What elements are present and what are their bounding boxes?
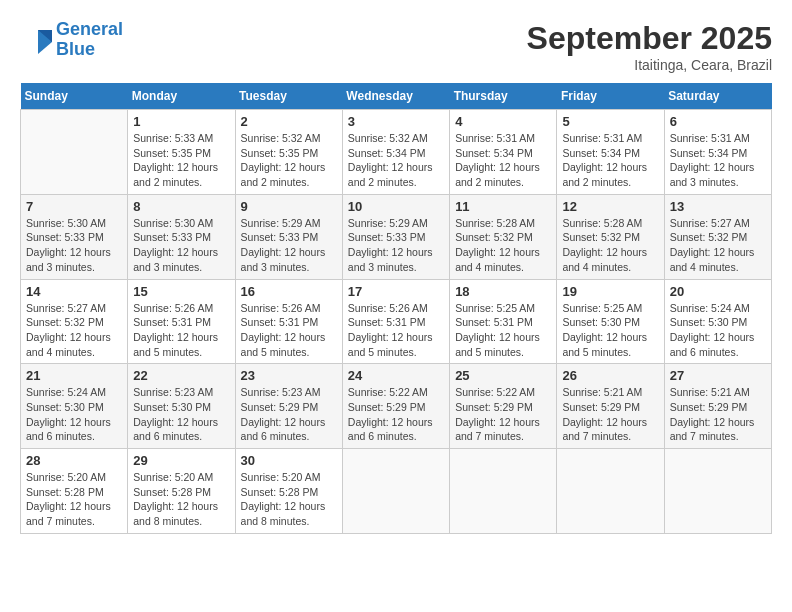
day-info: Sunrise: 5:30 AMSunset: 5:33 PMDaylight:… [133, 216, 229, 275]
title-block: September 2025 Itaitinga, Ceara, Brazil [527, 20, 772, 73]
day-cell: 28Sunrise: 5:20 AMSunset: 5:28 PMDayligh… [21, 449, 128, 534]
day-number: 12 [562, 199, 658, 214]
day-info: Sunrise: 5:33 AMSunset: 5:35 PMDaylight:… [133, 131, 229, 190]
day-info: Sunrise: 5:25 AMSunset: 5:30 PMDaylight:… [562, 301, 658, 360]
location-subtitle: Itaitinga, Ceara, Brazil [527, 57, 772, 73]
day-info: Sunrise: 5:20 AMSunset: 5:28 PMDaylight:… [133, 470, 229, 529]
day-info: Sunrise: 5:31 AMSunset: 5:34 PMDaylight:… [562, 131, 658, 190]
day-info: Sunrise: 5:25 AMSunset: 5:31 PMDaylight:… [455, 301, 551, 360]
day-cell: 1Sunrise: 5:33 AMSunset: 5:35 PMDaylight… [128, 110, 235, 195]
day-number: 21 [26, 368, 122, 383]
day-number: 16 [241, 284, 337, 299]
col-header-wednesday: Wednesday [342, 83, 449, 110]
day-cell: 24Sunrise: 5:22 AMSunset: 5:29 PMDayligh… [342, 364, 449, 449]
day-number: 17 [348, 284, 444, 299]
day-info: Sunrise: 5:24 AMSunset: 5:30 PMDaylight:… [26, 385, 122, 444]
day-info: Sunrise: 5:30 AMSunset: 5:33 PMDaylight:… [26, 216, 122, 275]
day-number: 20 [670, 284, 766, 299]
day-info: Sunrise: 5:22 AMSunset: 5:29 PMDaylight:… [455, 385, 551, 444]
day-number: 28 [26, 453, 122, 468]
day-cell: 9Sunrise: 5:29 AMSunset: 5:33 PMDaylight… [235, 194, 342, 279]
day-number: 11 [455, 199, 551, 214]
header-row: SundayMondayTuesdayWednesdayThursdayFrid… [21, 83, 772, 110]
day-cell: 21Sunrise: 5:24 AMSunset: 5:30 PMDayligh… [21, 364, 128, 449]
day-cell: 19Sunrise: 5:25 AMSunset: 5:30 PMDayligh… [557, 279, 664, 364]
day-info: Sunrise: 5:26 AMSunset: 5:31 PMDaylight:… [133, 301, 229, 360]
day-info: Sunrise: 5:28 AMSunset: 5:32 PMDaylight:… [562, 216, 658, 275]
page-header: General Blue September 2025 Itaitinga, C… [20, 20, 772, 73]
day-cell [450, 449, 557, 534]
calendar-table: SundayMondayTuesdayWednesdayThursdayFrid… [20, 83, 772, 534]
day-number: 30 [241, 453, 337, 468]
day-number: 18 [455, 284, 551, 299]
day-info: Sunrise: 5:32 AMSunset: 5:34 PMDaylight:… [348, 131, 444, 190]
day-info: Sunrise: 5:20 AMSunset: 5:28 PMDaylight:… [26, 470, 122, 529]
day-cell: 30Sunrise: 5:20 AMSunset: 5:28 PMDayligh… [235, 449, 342, 534]
col-header-sunday: Sunday [21, 83, 128, 110]
day-number: 25 [455, 368, 551, 383]
day-cell: 14Sunrise: 5:27 AMSunset: 5:32 PMDayligh… [21, 279, 128, 364]
col-header-friday: Friday [557, 83, 664, 110]
day-number: 4 [455, 114, 551, 129]
week-row-4: 21Sunrise: 5:24 AMSunset: 5:30 PMDayligh… [21, 364, 772, 449]
col-header-thursday: Thursday [450, 83, 557, 110]
day-cell: 23Sunrise: 5:23 AMSunset: 5:29 PMDayligh… [235, 364, 342, 449]
day-number: 26 [562, 368, 658, 383]
day-cell: 8Sunrise: 5:30 AMSunset: 5:33 PMDaylight… [128, 194, 235, 279]
day-info: Sunrise: 5:32 AMSunset: 5:35 PMDaylight:… [241, 131, 337, 190]
day-number: 7 [26, 199, 122, 214]
day-info: Sunrise: 5:29 AMSunset: 5:33 PMDaylight:… [348, 216, 444, 275]
day-cell: 13Sunrise: 5:27 AMSunset: 5:32 PMDayligh… [664, 194, 771, 279]
day-info: Sunrise: 5:24 AMSunset: 5:30 PMDaylight:… [670, 301, 766, 360]
day-cell: 22Sunrise: 5:23 AMSunset: 5:30 PMDayligh… [128, 364, 235, 449]
day-cell: 15Sunrise: 5:26 AMSunset: 5:31 PMDayligh… [128, 279, 235, 364]
day-cell: 25Sunrise: 5:22 AMSunset: 5:29 PMDayligh… [450, 364, 557, 449]
day-number: 14 [26, 284, 122, 299]
day-number: 6 [670, 114, 766, 129]
day-info: Sunrise: 5:27 AMSunset: 5:32 PMDaylight:… [670, 216, 766, 275]
day-info: Sunrise: 5:21 AMSunset: 5:29 PMDaylight:… [670, 385, 766, 444]
week-row-2: 7Sunrise: 5:30 AMSunset: 5:33 PMDaylight… [21, 194, 772, 279]
day-cell: 4Sunrise: 5:31 AMSunset: 5:34 PMDaylight… [450, 110, 557, 195]
day-info: Sunrise: 5:21 AMSunset: 5:29 PMDaylight:… [562, 385, 658, 444]
logo-icon [20, 26, 52, 54]
day-cell: 10Sunrise: 5:29 AMSunset: 5:33 PMDayligh… [342, 194, 449, 279]
day-number: 5 [562, 114, 658, 129]
day-cell: 3Sunrise: 5:32 AMSunset: 5:34 PMDaylight… [342, 110, 449, 195]
col-header-monday: Monday [128, 83, 235, 110]
day-cell [21, 110, 128, 195]
day-cell: 16Sunrise: 5:26 AMSunset: 5:31 PMDayligh… [235, 279, 342, 364]
day-info: Sunrise: 5:26 AMSunset: 5:31 PMDaylight:… [348, 301, 444, 360]
day-number: 2 [241, 114, 337, 129]
day-info: Sunrise: 5:20 AMSunset: 5:28 PMDaylight:… [241, 470, 337, 529]
day-number: 23 [241, 368, 337, 383]
week-row-1: 1Sunrise: 5:33 AMSunset: 5:35 PMDaylight… [21, 110, 772, 195]
day-number: 13 [670, 199, 766, 214]
day-info: Sunrise: 5:22 AMSunset: 5:29 PMDaylight:… [348, 385, 444, 444]
day-number: 3 [348, 114, 444, 129]
col-header-saturday: Saturday [664, 83, 771, 110]
day-info: Sunrise: 5:23 AMSunset: 5:30 PMDaylight:… [133, 385, 229, 444]
day-cell: 18Sunrise: 5:25 AMSunset: 5:31 PMDayligh… [450, 279, 557, 364]
day-info: Sunrise: 5:29 AMSunset: 5:33 PMDaylight:… [241, 216, 337, 275]
day-number: 29 [133, 453, 229, 468]
day-cell: 2Sunrise: 5:32 AMSunset: 5:35 PMDaylight… [235, 110, 342, 195]
day-cell [664, 449, 771, 534]
logo-text: General Blue [56, 20, 123, 60]
day-cell: 11Sunrise: 5:28 AMSunset: 5:32 PMDayligh… [450, 194, 557, 279]
day-cell [557, 449, 664, 534]
day-cell: 6Sunrise: 5:31 AMSunset: 5:34 PMDaylight… [664, 110, 771, 195]
day-info: Sunrise: 5:31 AMSunset: 5:34 PMDaylight:… [455, 131, 551, 190]
day-cell [342, 449, 449, 534]
week-row-5: 28Sunrise: 5:20 AMSunset: 5:28 PMDayligh… [21, 449, 772, 534]
day-number: 24 [348, 368, 444, 383]
day-cell: 12Sunrise: 5:28 AMSunset: 5:32 PMDayligh… [557, 194, 664, 279]
day-number: 1 [133, 114, 229, 129]
day-cell: 20Sunrise: 5:24 AMSunset: 5:30 PMDayligh… [664, 279, 771, 364]
day-number: 19 [562, 284, 658, 299]
day-cell: 17Sunrise: 5:26 AMSunset: 5:31 PMDayligh… [342, 279, 449, 364]
day-info: Sunrise: 5:28 AMSunset: 5:32 PMDaylight:… [455, 216, 551, 275]
day-info: Sunrise: 5:23 AMSunset: 5:29 PMDaylight:… [241, 385, 337, 444]
col-header-tuesday: Tuesday [235, 83, 342, 110]
day-cell: 26Sunrise: 5:21 AMSunset: 5:29 PMDayligh… [557, 364, 664, 449]
